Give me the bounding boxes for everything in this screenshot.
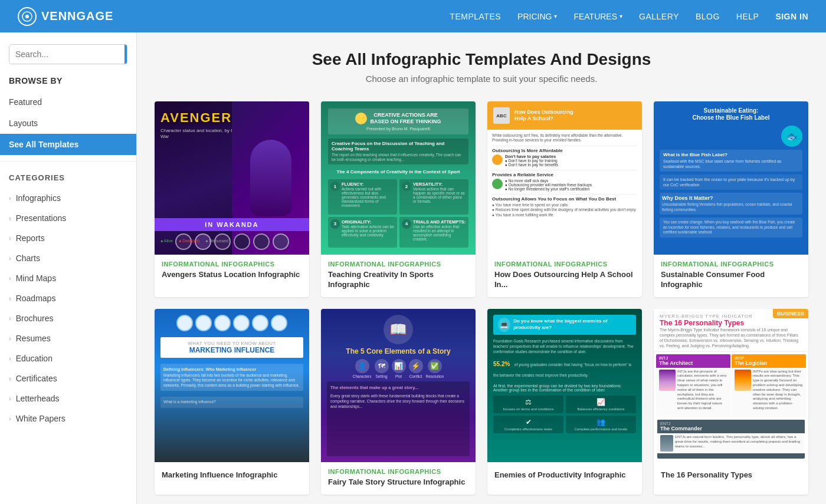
- card-info-personality: The 16 Personality Types: [654, 462, 808, 487]
- search-input[interactable]: [9, 45, 124, 64]
- card-category: Informational Infographics: [328, 468, 468, 475]
- card-info-fairytale: Informational Infographics Fairy Tale St…: [321, 462, 476, 495]
- card-category: Informational Infographics: [494, 261, 635, 268]
- template-grid: AVENGERS Character status and location, …: [155, 101, 808, 495]
- chevron-right-icon: ›: [9, 295, 11, 302]
- sidebar-item-brochures[interactable]: › Brochures: [0, 308, 136, 328]
- logo[interactable]: VENNGAGE: [18, 7, 113, 26]
- book-icon: 📖: [384, 315, 413, 344]
- sidebar-item-infographics[interactable]: › Infographics: [0, 188, 136, 208]
- search-container: 🔍: [9, 44, 127, 64]
- logo-icon: [18, 7, 37, 26]
- sidebar-item-certificates[interactable]: › Certificates: [0, 368, 136, 388]
- avengers-visual: AVENGERS Character status and location, …: [155, 101, 309, 255]
- sidebar: 🔍 BROWSE BY Featured Layouts See All Tem…: [0, 32, 137, 504]
- search-button[interactable]: 🔍: [124, 45, 127, 64]
- card-image-fairytale: 📖 The 5 Core Elements of a Story 👤 Chara…: [321, 309, 476, 462]
- template-card-outsourcing[interactable]: ABC How Does OutsourcingHelp A School? W…: [487, 101, 642, 297]
- card-info-avengers: Informational Infographics Avengers Stat…: [155, 255, 309, 287]
- sidebar-item-roadmaps[interactable]: › Roadmaps: [0, 288, 136, 308]
- chevron-right-icon: ›: [9, 255, 11, 262]
- outsourcing-visual: ABC How Does OutsourcingHelp A School? W…: [487, 101, 642, 255]
- card-title: Avengers Status Location Infographic: [162, 270, 302, 280]
- card-image-outsourcing: ABC How Does OutsourcingHelp A School? W…: [487, 101, 642, 255]
- marketing-visual: WHAT YOU NEED TO KNOW ABOUT MARKETING IN…: [155, 309, 309, 462]
- intp-avatar: [735, 370, 751, 391]
- card-title: Teaching Creativity In Sports Infographi…: [328, 270, 468, 290]
- chevron-right-icon: ›: [9, 335, 11, 342]
- template-card-bluefish[interactable]: Sustainable Eating:Choose the Blue Fish …: [654, 101, 808, 297]
- svg-point-1: [25, 15, 29, 18]
- personality-visual: MYERS-BRIGGS TYPE INDICATOR The 16 Perso…: [654, 309, 808, 462]
- creativity-visual: ⭐ CREATIVE ACTIONS AREBASED ON FREE THIN…: [321, 101, 476, 255]
- card-info-productivity: Enemies of Productivity Infographic: [487, 462, 642, 487]
- categories-label: CATEGORIES: [0, 161, 136, 188]
- card-category: Informational Infographics: [661, 261, 801, 268]
- main-nav: TEMPLATES PRICING ▾ FEATURES ▾ GALLERY B…: [450, 12, 808, 21]
- entj-avatar: [660, 435, 673, 452]
- template-card-productivity[interactable]: 💻 Do you know what the biggest enemies o…: [487, 309, 642, 495]
- bluefish-visual: Sustainable Eating:Choose the Blue Fish …: [654, 101, 808, 255]
- fish-icon: 🐟: [781, 126, 802, 147]
- card-image-bluefish: Sustainable Eating:Choose the Blue Fish …: [654, 101, 808, 255]
- chevron-right-icon: ›: [9, 395, 11, 402]
- sidebar-item-whitepapers[interactable]: › White Papers: [0, 409, 136, 429]
- pricing-chevron-icon: ▾: [554, 13, 557, 19]
- business-badge: BUSINESS: [773, 309, 808, 318]
- coin-icon: [492, 154, 503, 165]
- template-card-avengers[interactable]: AVENGERS Character status and location, …: [155, 101, 309, 297]
- template-card-fairytale[interactable]: 📖 The 5 Core Elements of a Story 👤 Chara…: [321, 309, 476, 495]
- card-info-outsourcing: Informational Infographics How Does Outs…: [487, 255, 642, 297]
- card-title: Sustainable Consumer Food Infographic: [661, 270, 801, 290]
- nav-signin[interactable]: SIGN IN: [775, 12, 808, 21]
- nav-pricing[interactable]: PRICING ▾: [517, 12, 557, 21]
- complete-icon: ✔: [526, 418, 532, 426]
- sidebar-item-layouts[interactable]: Layouts: [0, 113, 136, 134]
- features-chevron-icon: ▾: [620, 13, 622, 19]
- template-card-personality[interactable]: BUSINESS MYERS-BRIGGS TYPE INDICATOR The…: [654, 309, 808, 495]
- template-card-marketing[interactable]: WHAT YOU NEED TO KNOW ABOUT MARKETING IN…: [155, 309, 309, 495]
- chevron-right-icon: ›: [9, 415, 11, 422]
- computer-icon: 💻: [498, 318, 510, 332]
- nav-help[interactable]: HELP: [736, 12, 759, 21]
- medal-icon: [492, 179, 503, 189]
- page-layout: 🔍 BROWSE BY Featured Layouts See All Tem…: [0, 32, 826, 504]
- sidebar-item-letterheads[interactable]: › Letterheads: [0, 388, 136, 409]
- sidebar-item-charts[interactable]: › Charts: [0, 248, 136, 268]
- card-info-marketing: Marketing Influence Infographic: [155, 462, 309, 487]
- people-icon: 👥: [596, 418, 605, 426]
- sidebar-item-presentations[interactable]: › Presentations: [0, 208, 136, 228]
- card-category: Informational Infographics: [162, 261, 302, 268]
- thanos-silhouette: [250, 140, 291, 216]
- chevron-right-icon: ›: [9, 195, 11, 202]
- abc-badge: ABC: [493, 107, 510, 124]
- browse-by-label: BROWSE BY: [0, 76, 136, 91]
- efficiency-icon: 📈: [596, 398, 605, 406]
- card-info-bluefish: Informational Infographics Sustainable C…: [654, 255, 808, 297]
- chevron-right-icon: ›: [9, 215, 11, 222]
- sidebar-item-reports[interactable]: › Reports: [0, 228, 136, 248]
- sidebar-item-resumes[interactable]: › Resumes: [0, 328, 136, 348]
- status-section: ● Alive ● Dead(ed) ● Discussed: [160, 239, 303, 246]
- page-subtitle: Choose an infographic template to suit y…: [155, 74, 808, 84]
- sidebar-item-education[interactable]: › Education: [0, 348, 136, 368]
- template-card-creativity[interactable]: ⭐ CREATIVE ACTIONS AREBASED ON FREE THIN…: [321, 101, 476, 297]
- nav-gallery[interactable]: GALLERY: [639, 12, 679, 21]
- fairytale-visual: 📖 The 5 Core Elements of a Story 👤 Chara…: [321, 309, 476, 462]
- balance-icon: ⚖: [525, 398, 532, 406]
- nav-features[interactable]: FEATURES ▾: [573, 12, 622, 21]
- nav-blog[interactable]: BLOG: [696, 12, 720, 21]
- intj-avatar: [659, 370, 676, 391]
- avengers-hero-bg: [232, 101, 309, 255]
- sidebar-item-all-templates[interactable]: See All Templates: [0, 134, 136, 155]
- card-image-creativity: ⭐ CREATIVE ACTIONS AREBASED ON FREE THIN…: [321, 101, 476, 255]
- card-image-marketing: WHAT YOU NEED TO KNOW ABOUT MARKETING IN…: [155, 309, 309, 462]
- card-image-personality: BUSINESS MYERS-BRIGGS TYPE INDICATOR The…: [654, 309, 808, 462]
- card-image-productivity: 💻 Do you know what the biggest enemies o…: [487, 309, 642, 462]
- card-info-creativity: Informational Infographics Teaching Crea…: [321, 255, 476, 297]
- sidebar-item-featured[interactable]: Featured: [0, 91, 136, 113]
- chevron-right-icon: ›: [9, 275, 11, 282]
- chevron-right-icon: ›: [9, 355, 11, 362]
- nav-templates[interactable]: TEMPLATES: [450, 12, 501, 21]
- sidebar-item-mindmaps[interactable]: › Mind Maps: [0, 268, 136, 288]
